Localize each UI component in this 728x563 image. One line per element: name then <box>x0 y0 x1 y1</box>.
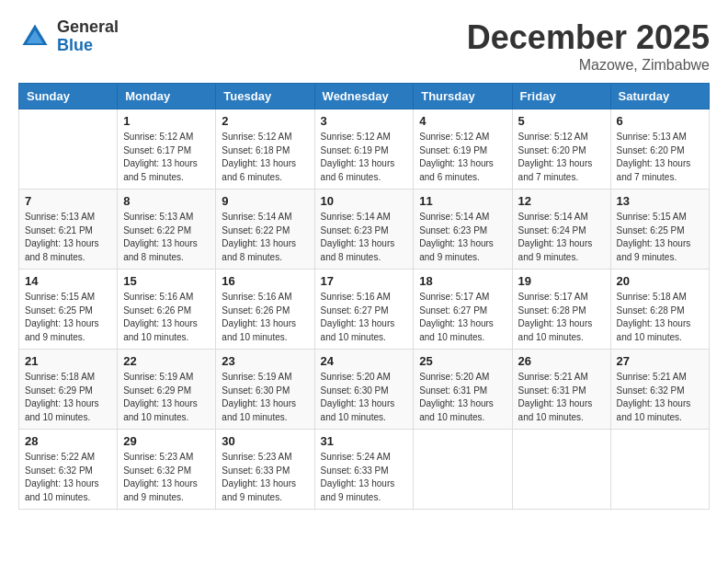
day-info: Sunrise: 5:15 AM Sunset: 6:25 PM Dayligh… <box>617 211 703 264</box>
day-cell: 16Sunrise: 5:16 AM Sunset: 6:26 PM Dayli… <box>216 270 314 350</box>
logo-blue: Blue <box>57 37 119 55</box>
day-info: Sunrise: 5:19 AM Sunset: 6:30 PM Dayligh… <box>222 371 308 424</box>
day-cell: 25Sunrise: 5:20 AM Sunset: 6:31 PM Dayli… <box>414 350 512 430</box>
day-cell: 24Sunrise: 5:20 AM Sunset: 6:30 PM Dayli… <box>314 350 414 430</box>
day-cell: 13Sunrise: 5:15 AM Sunset: 6:25 PM Dayli… <box>610 190 709 270</box>
day-info: Sunrise: 5:18 AM Sunset: 6:28 PM Dayligh… <box>617 291 703 344</box>
logo-general: General <box>57 18 119 37</box>
column-header-wednesday: Wednesday <box>314 84 414 109</box>
day-number: 25 <box>419 354 506 368</box>
day-cell: 10Sunrise: 5:14 AM Sunset: 6:23 PM Dayli… <box>314 190 414 270</box>
day-number: 24 <box>321 354 408 368</box>
day-number: 8 <box>123 194 210 208</box>
week-row-1: 1Sunrise: 5:12 AM Sunset: 6:17 PM Daylig… <box>19 109 710 190</box>
day-number: 5 <box>518 114 605 128</box>
day-cell: 21Sunrise: 5:18 AM Sunset: 6:29 PM Dayli… <box>19 350 118 430</box>
day-info: Sunrise: 5:17 AM Sunset: 6:28 PM Dayligh… <box>518 291 605 344</box>
page-header: General Blue December 2025 Mazowe, Zimba… <box>18 18 710 74</box>
day-info: Sunrise: 5:14 AM Sunset: 6:24 PM Dayligh… <box>518 211 605 264</box>
day-number: 28 <box>25 434 111 448</box>
header-row: SundayMondayTuesdayWednesdayThursdayFrid… <box>19 84 710 109</box>
day-cell: 8Sunrise: 5:13 AM Sunset: 6:22 PM Daylig… <box>118 190 216 270</box>
day-cell: 20Sunrise: 5:18 AM Sunset: 6:28 PM Dayli… <box>610 270 709 350</box>
day-number: 14 <box>25 274 111 288</box>
day-cell: 3Sunrise: 5:12 AM Sunset: 6:19 PM Daylig… <box>314 109 414 190</box>
day-cell <box>414 430 512 510</box>
day-cell: 26Sunrise: 5:21 AM Sunset: 6:31 PM Dayli… <box>512 350 610 430</box>
logo: General Blue <box>18 18 119 55</box>
column-header-monday: Monday <box>118 84 216 109</box>
day-number: 31 <box>321 434 408 448</box>
day-info: Sunrise: 5:21 AM Sunset: 6:31 PM Dayligh… <box>518 371 605 424</box>
day-cell: 12Sunrise: 5:14 AM Sunset: 6:24 PM Dayli… <box>512 190 610 270</box>
day-cell <box>512 430 610 510</box>
day-number: 3 <box>321 114 408 128</box>
day-number: 4 <box>419 114 506 128</box>
column-header-saturday: Saturday <box>610 84 709 109</box>
day-number: 19 <box>518 274 605 288</box>
day-cell: 27Sunrise: 5:21 AM Sunset: 6:32 PM Dayli… <box>610 350 709 430</box>
day-info: Sunrise: 5:14 AM Sunset: 6:23 PM Dayligh… <box>419 211 506 264</box>
day-number: 21 <box>25 354 111 368</box>
day-info: Sunrise: 5:12 AM Sunset: 6:20 PM Dayligh… <box>518 131 605 184</box>
day-info: Sunrise: 5:14 AM Sunset: 6:22 PM Dayligh… <box>222 211 308 264</box>
title-section: December 2025 Mazowe, Zimbabwe <box>467 18 710 74</box>
day-cell: 15Sunrise: 5:16 AM Sunset: 6:26 PM Dayli… <box>118 270 216 350</box>
day-number: 11 <box>419 194 506 208</box>
day-info: Sunrise: 5:21 AM Sunset: 6:32 PM Dayligh… <box>617 371 703 424</box>
location: Mazowe, Zimbabwe <box>467 57 710 74</box>
day-cell: 7Sunrise: 5:13 AM Sunset: 6:21 PM Daylig… <box>19 190 118 270</box>
day-info: Sunrise: 5:16 AM Sunset: 6:26 PM Dayligh… <box>222 291 308 344</box>
calendar-table: SundayMondayTuesdayWednesdayThursdayFrid… <box>18 83 710 510</box>
day-number: 9 <box>222 194 308 208</box>
day-number: 15 <box>123 274 210 288</box>
day-cell: 2Sunrise: 5:12 AM Sunset: 6:18 PM Daylig… <box>216 109 314 190</box>
day-info: Sunrise: 5:23 AM Sunset: 6:32 PM Dayligh… <box>123 451 210 504</box>
day-number: 26 <box>518 354 605 368</box>
day-info: Sunrise: 5:20 AM Sunset: 6:30 PM Dayligh… <box>321 371 408 424</box>
day-info: Sunrise: 5:19 AM Sunset: 6:29 PM Dayligh… <box>123 371 210 424</box>
column-header-tuesday: Tuesday <box>216 84 314 109</box>
day-number: 20 <box>617 274 703 288</box>
day-number: 30 <box>222 434 308 448</box>
column-header-sunday: Sunday <box>19 84 118 109</box>
day-number: 27 <box>617 354 703 368</box>
day-number: 22 <box>123 354 210 368</box>
day-number: 10 <box>321 194 408 208</box>
logo-text: General Blue <box>57 18 119 55</box>
day-cell: 4Sunrise: 5:12 AM Sunset: 6:19 PM Daylig… <box>414 109 512 190</box>
day-cell: 17Sunrise: 5:16 AM Sunset: 6:27 PM Dayli… <box>314 270 414 350</box>
day-info: Sunrise: 5:15 AM Sunset: 6:25 PM Dayligh… <box>25 291 111 344</box>
column-header-thursday: Thursday <box>414 84 512 109</box>
day-info: Sunrise: 5:17 AM Sunset: 6:27 PM Dayligh… <box>419 291 506 344</box>
day-cell <box>19 109 118 190</box>
day-cell: 9Sunrise: 5:14 AM Sunset: 6:22 PM Daylig… <box>216 190 314 270</box>
day-info: Sunrise: 5:20 AM Sunset: 6:31 PM Dayligh… <box>419 371 506 424</box>
day-info: Sunrise: 5:24 AM Sunset: 6:33 PM Dayligh… <box>321 451 408 504</box>
week-row-4: 21Sunrise: 5:18 AM Sunset: 6:29 PM Dayli… <box>19 350 710 430</box>
day-info: Sunrise: 5:12 AM Sunset: 6:18 PM Dayligh… <box>222 131 308 184</box>
day-info: Sunrise: 5:16 AM Sunset: 6:26 PM Dayligh… <box>123 291 210 344</box>
day-info: Sunrise: 5:16 AM Sunset: 6:27 PM Dayligh… <box>321 291 408 344</box>
day-cell <box>610 430 709 510</box>
day-number: 23 <box>222 354 308 368</box>
day-cell: 5Sunrise: 5:12 AM Sunset: 6:20 PM Daylig… <box>512 109 610 190</box>
day-info: Sunrise: 5:13 AM Sunset: 6:20 PM Dayligh… <box>617 131 703 184</box>
day-number: 17 <box>321 274 408 288</box>
day-cell: 28Sunrise: 5:22 AM Sunset: 6:32 PM Dayli… <box>19 430 118 510</box>
day-cell: 11Sunrise: 5:14 AM Sunset: 6:23 PM Dayli… <box>414 190 512 270</box>
day-cell: 6Sunrise: 5:13 AM Sunset: 6:20 PM Daylig… <box>610 109 709 190</box>
day-cell: 14Sunrise: 5:15 AM Sunset: 6:25 PM Dayli… <box>19 270 118 350</box>
day-info: Sunrise: 5:13 AM Sunset: 6:21 PM Dayligh… <box>25 211 111 264</box>
day-info: Sunrise: 5:12 AM Sunset: 6:19 PM Dayligh… <box>419 131 506 184</box>
column-header-friday: Friday <box>512 84 610 109</box>
day-cell: 22Sunrise: 5:19 AM Sunset: 6:29 PM Dayli… <box>118 350 216 430</box>
day-cell: 23Sunrise: 5:19 AM Sunset: 6:30 PM Dayli… <box>216 350 314 430</box>
day-number: 2 <box>222 114 308 128</box>
day-number: 18 <box>419 274 506 288</box>
day-info: Sunrise: 5:12 AM Sunset: 6:17 PM Dayligh… <box>123 131 210 184</box>
week-row-2: 7Sunrise: 5:13 AM Sunset: 6:21 PM Daylig… <box>19 190 710 270</box>
month-title: December 2025 <box>467 18 710 57</box>
day-cell: 19Sunrise: 5:17 AM Sunset: 6:28 PM Dayli… <box>512 270 610 350</box>
logo-icon <box>18 20 51 53</box>
